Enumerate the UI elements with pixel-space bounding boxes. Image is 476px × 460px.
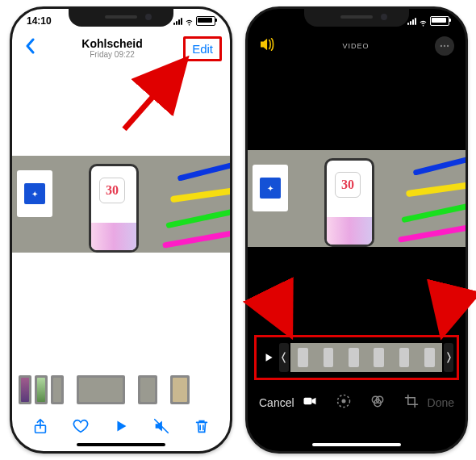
device-notch	[304, 9, 409, 27]
preview-marker	[406, 181, 466, 197]
preview-notebook: ✦	[17, 170, 52, 217]
svg-point-4	[447, 45, 449, 47]
mode-label: VIDEO	[342, 42, 369, 50]
cellular-icon	[173, 17, 182, 25]
share-button[interactable]	[31, 416, 50, 436]
wifi-icon	[184, 16, 194, 27]
thumbnail-current[interactable]	[77, 375, 125, 404]
mode-crop-button[interactable]	[403, 393, 420, 412]
home-indicator[interactable]	[77, 443, 165, 446]
delete-button[interactable]	[192, 416, 211, 436]
preview-tile-number: 30	[99, 178, 125, 203]
svg-line-12	[271, 295, 290, 335]
thumbnail[interactable]	[170, 375, 190, 404]
annotation-arrow-trim-right	[428, 291, 468, 350]
wifi-icon	[418, 16, 428, 27]
device-notch	[69, 9, 173, 27]
edit-toolbar: Cancel Done	[248, 387, 466, 419]
annotation-arrow-trim-left	[263, 291, 311, 350]
volume-button[interactable]	[259, 37, 277, 55]
thumbnail[interactable]	[138, 375, 157, 404]
thumbnail[interactable]	[19, 375, 31, 404]
preview-tile-number: 30	[335, 172, 361, 198]
svg-rect-5	[304, 398, 312, 404]
timeline-frame[interactable]	[391, 343, 416, 372]
preview-marker	[165, 208, 230, 229]
edit-header: VIDEO	[248, 33, 466, 59]
preview-marker	[162, 230, 230, 249]
thumbnail-strip[interactable]	[19, 374, 223, 406]
timeline-frame[interactable]	[366, 343, 391, 372]
done-button[interactable]: Done	[428, 396, 454, 409]
svg-point-7	[342, 399, 346, 404]
video-preview[interactable]: ✦ 30	[248, 150, 466, 247]
mode-filters-button[interactable]	[370, 393, 386, 412]
mode-adjust-button[interactable]	[336, 393, 352, 412]
thumbnail[interactable]	[51, 375, 64, 404]
preview-marker	[170, 186, 230, 203]
preview-phone: 30	[89, 164, 139, 253]
battery-icon	[196, 16, 215, 26]
svg-point-2	[441, 45, 442, 47]
phone-video-edit: VIDEO ✦ 30	[245, 6, 468, 454]
preview-phone: 30	[324, 158, 374, 247]
preview-marker	[401, 203, 466, 224]
video-preview[interactable]: ✦ 30	[12, 156, 230, 253]
annotation-arrow-edit	[116, 48, 205, 140]
battery-icon	[430, 16, 449, 26]
favorite-button[interactable]	[71, 416, 90, 436]
preview-marker	[412, 153, 466, 176]
svg-line-11	[124, 60, 186, 129]
play-button[interactable]	[260, 352, 278, 363]
mode-video-button[interactable]	[302, 393, 318, 412]
svg-line-13	[442, 295, 452, 335]
play-button[interactable]	[111, 416, 131, 436]
more-button[interactable]	[435, 36, 454, 56]
back-button[interactable]	[20, 35, 41, 62]
preview-notebook: ✦	[253, 165, 288, 211]
status-time: 14:10	[27, 15, 52, 27]
svg-point-3	[444, 45, 445, 47]
timeline-frame[interactable]	[341, 343, 366, 372]
home-indicator[interactable]	[312, 443, 401, 446]
mute-button[interactable]	[152, 416, 171, 436]
cancel-button[interactable]: Cancel	[259, 396, 294, 409]
cellular-icon	[407, 17, 416, 25]
thumbnail[interactable]	[35, 375, 48, 404]
timeline-frames[interactable]	[290, 343, 442, 372]
bottom-toolbar	[12, 411, 230, 441]
preview-marker	[398, 224, 466, 243]
preview-marker	[177, 158, 230, 182]
timeline-frame[interactable]	[315, 343, 340, 372]
